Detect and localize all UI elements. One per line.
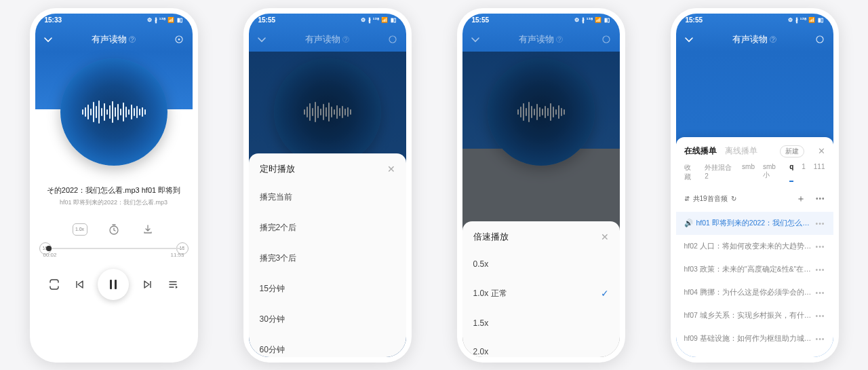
collapse-icon[interactable] [684, 35, 694, 44]
playlist-item[interactable]: 🔊hf01 即将到来的2022：我们怎么看…••• [676, 212, 833, 235]
app-header: 有声读物 ? [676, 27, 833, 52]
app-header: 有声读物 ? [35, 27, 193, 52]
timer-option[interactable]: 播完当前 [249, 182, 406, 212]
timer-option[interactable]: 播完2个后 [249, 212, 406, 243]
modal-overlay[interactable]: 定时播放 ✕ 播完当前播完2个后播完3个后15分钟30分钟60分钟取消定时 [249, 52, 406, 357]
settings-icon[interactable] [387, 34, 398, 45]
status-indicators: ⚙ ∦ ¹²⁸ 📶 ▮▯ [788, 17, 823, 23]
item-more-icon[interactable]: ••• [815, 265, 825, 274]
collapse-icon[interactable] [43, 35, 53, 44]
status-indicators: ⚙ ∦ ¹²⁸ 📶 ▮▯ [147, 17, 182, 23]
item-more-icon[interactable]: ••• [815, 242, 825, 251]
status-bar: 15:55 ⚙ ∦ ¹²⁸ 📶 ▮▯ [249, 14, 406, 27]
track-count: 共19首音频 [693, 194, 728, 204]
sheet-title: 定时播放 [260, 163, 295, 175]
item-more-icon[interactable]: ••• [815, 335, 825, 343]
folder-tabs: 收藏外挂混合2smbsmb小q1111 [676, 163, 833, 186]
new-playlist-button[interactable]: 新建 [780, 145, 804, 158]
repeat-icon[interactable] [48, 278, 60, 291]
phone-speed-sheet: 15:55 ⚙ ∦ ¹²⁸ 📶 ▮▯ 有声读物 ? [457, 8, 625, 363]
tab-online[interactable]: 在线播单 [684, 145, 717, 157]
prev-track-icon[interactable] [74, 279, 85, 290]
progress-bar[interactable]: 15 15 00:02 11:53 [43, 248, 184, 258]
help-icon[interactable]: ? [770, 36, 776, 43]
help-icon[interactable]: ? [129, 36, 136, 43]
playlist-item[interactable]: hf04 腾挪：为什么这是你必须学会的生…••• [676, 281, 833, 304]
timer-option[interactable]: 播完3个后 [249, 243, 406, 274]
download-icon[interactable] [140, 223, 155, 236]
collapse-icon[interactable] [257, 35, 267, 44]
speed-option[interactable]: 1.5x [462, 309, 620, 337]
folder-tab[interactable]: 111 [814, 163, 825, 182]
app-header: 有声读物 ? [249, 27, 406, 52]
secondary-controls: 1.0x [35, 223, 193, 236]
folder-tab[interactable]: 外挂混合2 [705, 163, 734, 182]
speed-option[interactable]: 2.0x [462, 337, 620, 357]
album-disc [60, 58, 167, 166]
more-icon[interactable]: ••• [816, 195, 825, 202]
status-bar: 15:33 ⚙ ∦ ¹²⁸ 📶 ▮▯ [35, 14, 193, 27]
check-icon: ✓ [601, 288, 609, 299]
phone-timer-sheet: 15:55 ⚙ ∦ ¹²⁸ 📶 ▮▯ 有声读物 ? [243, 8, 412, 363]
close-icon[interactable]: ✕ [387, 164, 395, 174]
speed-option[interactable]: 1.0x 正常✓ [462, 278, 620, 309]
close-icon[interactable]: ✕ [818, 146, 825, 156]
playlist-icon[interactable] [167, 278, 179, 291]
play-pause-button[interactable] [98, 269, 129, 300]
playlist-item[interactable]: hf03 政策：未来的"高度确定&性&"在哪…••• [676, 258, 833, 281]
folder-tab[interactable]: q [789, 163, 793, 182]
svg-point-3 [389, 36, 396, 43]
settings-icon[interactable] [601, 34, 612, 45]
app-header: 有声读物 ? [462, 27, 620, 52]
folder-tab[interactable]: smb小 [763, 163, 781, 182]
header-title: 有声读物 [732, 33, 768, 45]
help-icon[interactable]: ? [342, 36, 349, 43]
folder-tab[interactable]: 收藏 [684, 163, 697, 182]
refresh-icon[interactable]: ↻ [731, 195, 736, 202]
phone-playlist: 15:55 ⚙ ∦ ¹²⁸ 📶 ▮▯ 有声读物 ? 在线播单 离线播单 新建 [671, 8, 839, 363]
close-icon[interactable]: ✕ [601, 232, 609, 242]
album-art-zone [35, 52, 193, 181]
help-icon[interactable]: ? [556, 36, 563, 43]
playlist-summary: ⇵ 共19首音频 ↻ ＋ ••• [676, 186, 833, 212]
playlist-item-label: hf01 即将到来的2022：我们怎么看… [696, 219, 812, 228]
add-track-icon[interactable]: ＋ [796, 193, 806, 205]
status-time: 15:55 [472, 16, 490, 24]
playlist-item[interactable]: hf10 高速公路：怎么把负债变成资产？…••• [676, 350, 833, 357]
transport-controls [35, 269, 193, 300]
next-track-icon[interactable] [142, 279, 153, 290]
playlist-item-label: hf03 政策：未来的"高度确定&性&"在哪… [684, 265, 812, 274]
waveform-icon [82, 98, 146, 126]
playlist-item-label: hf02 人口：将如何改变未来的大趋势？… [684, 242, 812, 251]
status-indicators: ⚙ ∦ ¹²⁸ 📶 ▮▯ [361, 17, 396, 23]
item-more-icon[interactable]: ••• [815, 312, 825, 320]
svg-point-5 [816, 36, 823, 43]
shuffle-icon[interactable]: ⇵ [684, 195, 690, 202]
modal-overlay[interactable]: 倍速播放 ✕ 0.5x1.0x 正常✓1.5x2.0x [462, 52, 620, 357]
timer-icon[interactable] [106, 223, 121, 236]
speed-chip[interactable]: 1.0x [73, 223, 87, 236]
timer-option[interactable]: 60分钟 [249, 335, 406, 357]
playlist-item-label: hf07 城乡关系：实现乡村振兴，有什么… [684, 311, 812, 320]
timer-sheet: 定时播放 ✕ 播完当前播完2个后播完3个后15分钟30分钟60分钟取消定时 [249, 153, 406, 357]
status-bar: 15:55 ⚙ ∦ ¹²⁸ 📶 ▮▯ [462, 14, 620, 27]
timer-option[interactable]: 30分钟 [249, 304, 406, 335]
settings-icon[interactable] [174, 34, 184, 45]
track-title: そ的2022：我们怎么看.mp3 hf01 即将到 [41, 185, 187, 196]
status-bar: 15:55 ⚙ ∦ ¹²⁸ 📶 ▮▯ [676, 14, 833, 27]
speed-option[interactable]: 0.5x [462, 250, 620, 278]
svg-point-4 [603, 36, 610, 43]
item-more-icon[interactable]: ••• [815, 289, 825, 297]
playlist-item[interactable]: hf07 城乡关系：实现乡村振兴，有什么…••• [676, 304, 833, 327]
item-more-icon[interactable]: ••• [815, 219, 825, 227]
playlist-item[interactable]: hf02 人口：将如何改变未来的大趋势？…••• [676, 235, 833, 258]
collapse-icon[interactable] [471, 35, 480, 44]
folder-tab[interactable]: smb [742, 163, 755, 182]
tab-offline[interactable]: 离线播单 [725, 145, 757, 157]
playlist-item[interactable]: hf09 基础设施：如何作为枢纽助力城乡…••• [676, 327, 833, 350]
status-time: 15:33 [45, 16, 62, 24]
folder-tab[interactable]: 1 [802, 163, 806, 182]
speed-sheet: 倍速播放 ✕ 0.5x1.0x 正常✓1.5x2.0x [462, 221, 620, 357]
settings-icon[interactable] [814, 34, 825, 45]
timer-option[interactable]: 15分钟 [249, 274, 406, 304]
